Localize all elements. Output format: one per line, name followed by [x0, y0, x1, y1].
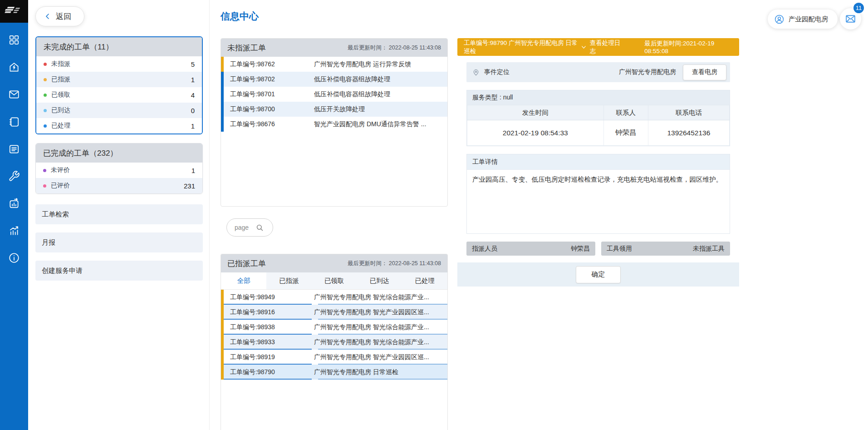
status-bar — [221, 305, 224, 320]
status-bar — [221, 72, 224, 87]
work-order-row[interactable]: 工单编号:98762 广州智光专用配电房 运行异常反馈 — [221, 57, 447, 72]
work-order-desc: 低压补偿电容器组故障处理 — [314, 90, 390, 99]
status-dot — [44, 109, 47, 112]
view-power-room-button[interactable]: 查看电房 — [683, 64, 726, 80]
panel-title: 未指派工单 — [227, 43, 266, 53]
nav-rail — [0, 0, 28, 430]
event-location-label: 事件定位 — [484, 68, 510, 76]
assigned-person-bar[interactable]: 指派人员 钟荣昌 — [466, 242, 595, 256]
finished-orders-title: 已完成的工单（232） — [36, 143, 202, 163]
event-location-bar: 事件定位 广州智光专用配电房 查看电房 — [466, 62, 730, 82]
view-process-log-link[interactable]: 查看处理日志 — [581, 39, 624, 55]
status-bar — [221, 117, 224, 132]
work-order-row[interactable]: 工单编号:98938 广州智光专用配电房 智光综合能源产业... — [221, 320, 447, 335]
confirm-button[interactable]: 确定 — [576, 266, 621, 283]
log-link-label: 查看处理日志 — [590, 39, 624, 55]
tool-requisition-value: 未指派工具 — [693, 245, 725, 253]
chevron-left-icon — [44, 13, 51, 20]
apps-icon[interactable] — [8, 34, 20, 46]
assigned-panel-header: 已指派工单 最后更新时间： 2022-08-25 11:43:08 — [221, 254, 447, 272]
action-label: 月报 — [42, 238, 55, 247]
back-button[interactable]: 返回 — [35, 6, 84, 26]
work-order-number: 工单编号:98919 — [230, 353, 314, 361]
contact-info-table: 发生时间 联系人 联系电话 2021-02-19 08:54:33 钟荣昌 13… — [467, 105, 730, 146]
tab-claimed[interactable]: 已领取 — [312, 272, 357, 289]
status-dot — [44, 94, 47, 97]
app-logo[interactable] — [0, 0, 28, 23]
status-bar — [221, 57, 224, 72]
trend-chart-icon[interactable] — [8, 224, 20, 237]
stat-row-unrated[interactable]: 未评价 1 — [36, 163, 202, 178]
finished-orders-card[interactable]: 已完成的工单（232） 未评价 1 已评价 231 — [35, 143, 203, 194]
unassigned-panel-header: 未指派工单 最后更新时间： 2022-08-25 11:43:08 — [221, 39, 447, 57]
status-bar — [221, 365, 224, 380]
wrench-icon[interactable] — [8, 170, 20, 182]
search-icon[interactable] — [255, 223, 264, 232]
work-order-row-selected[interactable]: 工单编号:98790 广州智光专用配电房 日常巡检 — [221, 365, 447, 380]
mail-icon[interactable] — [8, 88, 20, 100]
status-dot — [43, 184, 46, 188]
unfinished-orders-card[interactable]: 未完成的工单（11） 未指派 5 已指派 1 已领取 4 已到达 0 已处理 1 — [35, 36, 203, 134]
tool-requisition-bar[interactable]: 工具领用 未指派工具 — [601, 242, 730, 256]
work-order-row[interactable]: 工单编号:98700 低压开关故障处理 — [221, 102, 447, 117]
stat-row-unassigned[interactable]: 未指派 5 — [36, 56, 202, 72]
detail-header-bar: 工单编号:98790 广州智光专用配电房 日常巡检 查看处理日志 最后更新时间:… — [457, 38, 739, 56]
work-order-number: 工单编号:98790 — [230, 368, 314, 376]
notebook-icon[interactable] — [8, 115, 20, 128]
work-order-desc: 广州智光专用配电房 智光综合能源产业... — [314, 323, 429, 331]
assignment-row: 指派人员 钟荣昌 工具领用 未指派工具 — [466, 242, 730, 256]
stat-count: 0 — [191, 107, 195, 114]
action-label: 创建服务申请 — [42, 267, 83, 275]
work-order-row[interactable]: 工单编号:98949 广州智光专用配电房 智光综合能源产业... — [221, 290, 447, 305]
report-chart-icon[interactable] — [8, 197, 20, 209]
stat-row-claimed[interactable]: 已领取 4 — [36, 87, 202, 103]
work-order-row[interactable]: 工单编号:98919 广州智光专用配电房 智光产业园园区巡... — [221, 350, 447, 365]
monthly-report-item[interactable]: 月报 — [35, 232, 203, 252]
tab-assigned[interactable]: 已指派 — [266, 272, 312, 289]
tab-arrived[interactable]: 已到达 — [357, 272, 402, 289]
work-order-detail-panel: 工单编号:98790 广州智光专用配电房 日常巡检 查看处理日志 最后更新时间:… — [457, 38, 739, 287]
stat-row-assigned[interactable]: 已指派 1 — [36, 72, 202, 87]
tab-label: 已指派 — [279, 277, 299, 285]
stat-count: 4 — [191, 91, 195, 99]
back-label: 返回 — [56, 11, 71, 22]
tab-label: 已到达 — [370, 277, 390, 285]
document-list-icon[interactable] — [8, 143, 20, 155]
stat-row-arrived[interactable]: 已到达 0 — [36, 103, 202, 118]
page-search — [226, 218, 273, 237]
unread-count-badge: 11 — [853, 2, 865, 14]
stat-count: 1 — [191, 167, 195, 174]
cell-contact-person: 钟荣昌 — [603, 120, 648, 146]
stat-count: 1 — [191, 122, 195, 130]
status-dot — [44, 124, 47, 128]
work-order-row[interactable]: 工单编号:98702 低压补偿电容器组故障处理 — [221, 72, 447, 87]
page-search-input[interactable] — [235, 224, 255, 231]
work-order-row[interactable]: 工单编号:98701 低压补偿电容器组故障处理 — [221, 87, 447, 102]
order-details-label: 工单详情 — [467, 154, 730, 170]
work-order-row[interactable]: 工单编号:98933 广州智光专用配电房 智光综合能源产业... — [221, 335, 447, 350]
work-order-number: 工单编号:98676 — [230, 120, 314, 129]
work-order-desc: 广州智光专用配电房 智光综合能源产业... — [314, 293, 429, 301]
stat-row-rated[interactable]: 已评价 231 — [36, 178, 202, 193]
table-row: 2021-02-19 08:54:33 钟荣昌 13926452136 — [467, 120, 730, 146]
user-label: 产业园配电房 — [789, 15, 828, 24]
home-energy-icon[interactable] — [8, 61, 20, 73]
tab-all[interactable]: 全部 — [221, 272, 266, 289]
info-icon[interactable] — [8, 252, 20, 264]
work-order-row[interactable]: 工单编号:98916 广州智光专用配电房 智光产业园园区巡... — [221, 305, 447, 320]
work-order-desc: 广州智光专用配电房 智光产业园园区巡... — [314, 353, 429, 361]
tab-processed[interactable]: 已处理 — [402, 272, 447, 289]
status-bar — [221, 87, 224, 102]
status-bar — [221, 102, 224, 117]
assigned-person-value: 钟荣昌 — [571, 245, 590, 253]
stat-row-processed[interactable]: 已处理 1 — [36, 118, 202, 133]
stat-label: 已评价 — [51, 182, 70, 190]
order-details-content: 产业园高压、专变、低压电房定时巡检检查记录，充电桩充电站巡视检查，园区维护。 — [467, 170, 730, 233]
work-order-row[interactable]: 工单编号:98676 智光产业园配电房 DMU通信异常告警 ... — [221, 117, 447, 132]
stat-label: 已处理 — [51, 122, 70, 130]
user-account-button[interactable]: 产业园配电房 — [768, 10, 838, 29]
create-service-request-item[interactable]: 创建服务申请 — [35, 261, 203, 281]
order-search-item[interactable]: 工单检索 — [35, 204, 203, 224]
service-type-bar: 服务类型 : null — [467, 90, 730, 105]
cell-contact-phone: 13926452136 — [648, 120, 729, 146]
